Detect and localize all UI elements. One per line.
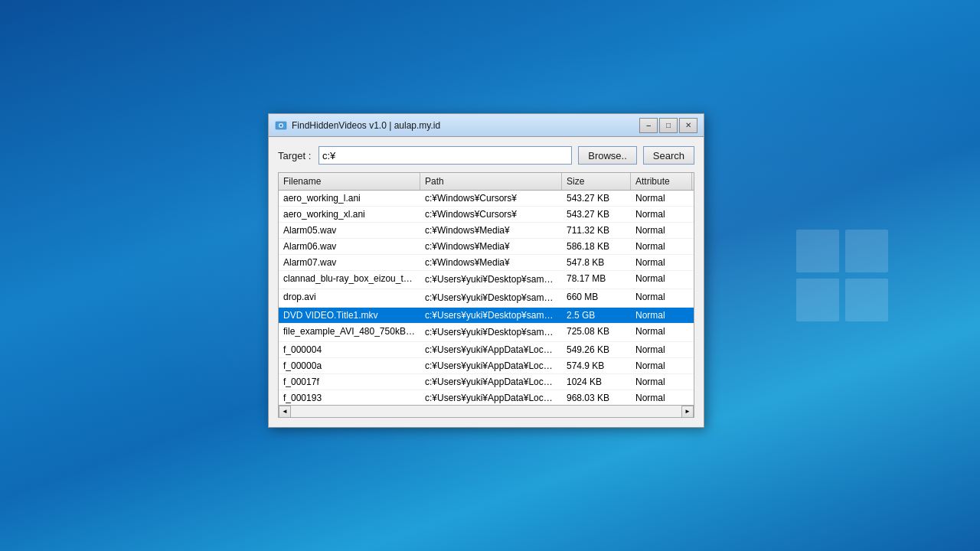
cell-filename: Alarm07.wav (279, 255, 420, 270)
cell-attr: Normal (631, 289, 692, 307)
target-row: Target : Browse.. Search (278, 146, 694, 165)
scroll-left-button[interactable]: ◄ (279, 406, 291, 418)
svg-point-2 (280, 124, 283, 126)
cell-path: c:¥Windows¥Media¥ (420, 239, 562, 254)
cell-filename: clannad_blu-ray_box_eizou_tokute... (279, 271, 420, 289)
target-input[interactable] (318, 146, 572, 165)
cell-path: c:¥Windows¥Cursors¥ (420, 191, 562, 206)
table-row[interactable]: drop.avic:¥Users¥yuki¥Desktop¥sample¥ビデ.… (279, 289, 694, 308)
table-row[interactable]: f_00000ac:¥Users¥yuki¥AppData¥Local¥clou… (279, 358, 694, 374)
col-size: Size (562, 173, 631, 190)
windows-logo (796, 230, 888, 321)
minimize-button[interactable]: ‒ (639, 118, 658, 133)
cell-size: 2.5 GB (562, 308, 631, 323)
cell-filename: file_example_AVI_480_750kB.avi (279, 324, 420, 341)
window-controls: ‒ □ ✕ (639, 118, 697, 133)
cell-path: c:¥Windows¥Media¥ (420, 255, 562, 270)
cell-filename: f_000004 (279, 342, 420, 357)
cell-attr: Normal (631, 271, 692, 289)
target-label: Target : (278, 150, 312, 161)
table-row[interactable]: f_00017fc:¥Users¥yuki¥AppData¥Local¥Goog… (279, 374, 694, 390)
cell-path: c:¥Users¥yuki¥Desktop¥sample¥ (420, 308, 562, 323)
cell-path: c:¥Users¥yuki¥AppData¥Local¥cloud... (420, 342, 562, 357)
table-row[interactable]: f_000004c:¥Users¥yuki¥AppData¥Local¥clou… (279, 342, 694, 358)
cell-attr: Normal (631, 358, 692, 373)
col-attribute: Attribute (631, 173, 692, 190)
cell-size: 725.08 KB (562, 324, 631, 341)
cell-attr: Normal (631, 390, 692, 405)
cell-size: 547.8 KB (562, 255, 631, 270)
table-row[interactable]: clannad_blu-ray_box_eizou_tokute...c:¥Us… (279, 271, 694, 289)
file-list-container: Filename Path Size Attribute aero_workin… (278, 172, 694, 418)
cell-size: 968.03 KB (562, 390, 631, 405)
cell-path: c:¥Windows¥Cursors¥ (420, 207, 562, 222)
cell-path: c:¥Users¥yuki¥Desktop¥sample¥ビデ... (420, 289, 562, 307)
cell-size: 660 MB (562, 289, 631, 307)
cell-size: 711.32 KB (562, 223, 631, 238)
cell-size: 1024 KB (562, 374, 631, 390)
col-path: Path (420, 173, 562, 190)
cell-attr: Normal (631, 255, 692, 270)
search-button[interactable]: Search (643, 146, 694, 165)
cell-filename: f_00000a (279, 358, 420, 373)
cell-path: c:¥Windows¥Media¥ (420, 223, 562, 238)
cell-attr: Normal (631, 374, 692, 390)
cell-size: 543.27 KB (562, 207, 631, 222)
file-list-body[interactable]: aero_working_l.anic:¥Windows¥Cursors¥543… (279, 191, 694, 405)
table-row[interactable]: aero_working_xl.anic:¥Windows¥Cursors¥54… (279, 207, 694, 223)
title-bar: FindHiddenVideos v1.0 | aulap.my.id ‒ □ … (269, 114, 704, 137)
col-filename: Filename (279, 173, 420, 190)
browse-button[interactable]: Browse.. (578, 146, 637, 165)
cell-attr: Normal (631, 223, 692, 238)
cell-attr: Normal (631, 239, 692, 254)
cell-attr: Normal (631, 207, 692, 222)
cell-size: 543.27 KB (562, 191, 631, 206)
horizontal-scrollbar[interactable]: ◄ ► (279, 405, 694, 417)
cell-filename: aero_working_xl.ani (279, 207, 420, 222)
cell-path: c:¥Users¥yuki¥AppData¥Local¥Goog... (420, 390, 562, 405)
cell-filename: aero_working_l.ani (279, 191, 420, 206)
cell-size: 574.9 KB (562, 358, 631, 373)
cell-attr: Normal (631, 324, 692, 341)
cell-filename: f_00017f (279, 374, 420, 390)
table-row[interactable]: Alarm05.wavc:¥Windows¥Media¥711.32 KBNor… (279, 223, 694, 239)
table-row[interactable]: file_example_AVI_480_750kB.avic:¥Users¥y… (279, 324, 694, 342)
cell-filename: Alarm06.wav (279, 239, 420, 254)
cell-size: 78.17 MB (562, 271, 631, 289)
table-row[interactable]: Alarm07.wavc:¥Windows¥Media¥547.8 KBNorm… (279, 255, 694, 271)
cell-filename: drop.avi (279, 289, 420, 307)
list-header: Filename Path Size Attribute (279, 173, 694, 191)
cell-attr: Normal (631, 308, 692, 323)
close-button[interactable]: ✕ (679, 118, 697, 133)
cell-size: 586.18 KB (562, 239, 631, 254)
cell-attr: Normal (631, 342, 692, 357)
window-title: FindHiddenVideos v1.0 | aulap.my.id (292, 120, 639, 131)
app-window: FindHiddenVideos v1.0 | aulap.my.id ‒ □ … (268, 113, 704, 428)
cell-filename: DVD VIDEO.Title1.mkv (279, 308, 420, 323)
cell-size: 549.26 KB (562, 342, 631, 357)
cell-path: c:¥Users¥yuki¥AppData¥Local¥Goog... (420, 374, 562, 390)
cell-path: c:¥Users¥yuki¥Desktop¥sample¥ビデ... (420, 271, 562, 289)
cell-attr: Normal (631, 191, 692, 206)
col-scrollbar-space (692, 173, 694, 190)
table-row[interactable]: aero_working_l.anic:¥Windows¥Cursors¥543… (279, 191, 694, 207)
cell-path: c:¥Users¥yuki¥Desktop¥sample¥ビデ... (420, 324, 562, 341)
table-row[interactable]: Alarm06.wavc:¥Windows¥Media¥586.18 KBNor… (279, 239, 694, 255)
window-body: Target : Browse.. Search Filename Path S… (269, 137, 704, 427)
maximize-button[interactable]: □ (659, 118, 678, 133)
cell-filename: f_000193 (279, 390, 420, 405)
table-row[interactable]: DVD VIDEO.Title1.mkvc:¥Users¥yuki¥Deskto… (279, 308, 694, 324)
cell-path: c:¥Users¥yuki¥AppData¥Local¥cloud... (420, 358, 562, 373)
scroll-right-button[interactable]: ► (681, 406, 694, 418)
scroll-track[interactable] (291, 406, 681, 418)
table-row[interactable]: f_000193c:¥Users¥yuki¥AppData¥Local¥Goog… (279, 390, 694, 405)
cell-filename: Alarm05.wav (279, 223, 420, 238)
app-icon (275, 119, 287, 132)
